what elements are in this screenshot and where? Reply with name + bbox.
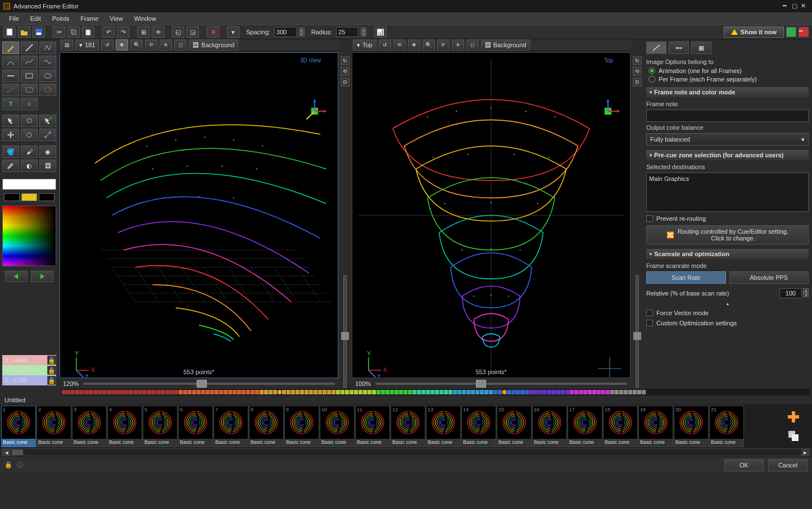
contrast-tool[interactable]: ◐ <box>21 160 38 172</box>
polyline-tool[interactable] <box>39 42 56 54</box>
routing-button[interactable]: 🔀 Routing controlled by Cue/Editor setti… <box>646 225 809 244</box>
frame-thumb[interactable]: 11 Basic cone <box>355 406 390 447</box>
frame-thumb[interactable]: 13 Basic cone <box>426 406 461 447</box>
dashed-line-tool[interactable] <box>2 84 19 96</box>
frame-thumb[interactable]: 9 Basic cone <box>284 406 319 447</box>
frame-thumb[interactable]: 6 Basic cone <box>178 406 213 447</box>
zoom-slider-right[interactable] <box>375 383 627 385</box>
vertical-slider-right[interactable] <box>636 275 639 388</box>
save-button[interactable] <box>33 26 45 38</box>
vp-background-dropdown[interactable]: 🖼Background <box>189 39 238 51</box>
show-it-now-button[interactable]: Show it now <box>724 26 784 38</box>
snap-grid-button[interactable]: ⊞ <box>137 26 149 38</box>
prev-color-button[interactable] <box>5 271 28 282</box>
vp-pan-button[interactable]: ✥ <box>116 39 128 51</box>
bucket-tool[interactable]: 🪣 <box>2 146 19 158</box>
output-balance-select[interactable]: Fully balanced▾ <box>646 133 809 146</box>
side-d-left[interactable]: D <box>341 78 350 87</box>
spacing-down[interactable]: ▾ <box>299 32 305 37</box>
vp-zoom-button-r[interactable]: 🔍 <box>423 39 435 51</box>
add-frame-button[interactable] <box>783 408 804 425</box>
vp-tool-a[interactable]: ▤ <box>61 39 73 51</box>
zoom-slider-left[interactable] <box>83 383 335 385</box>
transform-a-button[interactable]: ◱ <box>172 26 184 38</box>
vp-crop-button-r[interactable]: ◻ <box>466 39 479 51</box>
prevent-rerouting-checkbox[interactable]: Prevent re-routing <box>646 215 809 222</box>
viewport-top[interactable]: X Y Z Top 553 points* <box>352 52 630 378</box>
menu-frame[interactable]: Frame <box>76 13 103 24</box>
paint-tool[interactable]: 🖌 <box>21 146 38 158</box>
lock-z-button[interactable]: 🔒 <box>47 376 56 385</box>
menu-file[interactable]: File <box>4 13 24 24</box>
frame-thumb[interactable]: 17 Basic cone <box>568 406 602 447</box>
current-color-swatch[interactable] <box>2 179 56 190</box>
duplicate-frame-button[interactable] <box>783 428 804 444</box>
section-scanrate[interactable]: ▾Scanrate and optmization <box>646 249 809 259</box>
frame-thumb[interactable]: 12 Basic cone <box>391 406 425 447</box>
vp-frame-dropdown[interactable]: ▾181 <box>75 39 99 51</box>
radius-input[interactable] <box>336 27 359 37</box>
frame-thumb[interactable]: 4 Basic cone <box>107 406 142 447</box>
thumb-scrollbar[interactable]: ◂ ▸ <box>2 448 810 456</box>
chart-button[interactable]: 📊 <box>374 26 387 38</box>
relative-down[interactable]: ▾ <box>803 293 809 297</box>
undo-button[interactable]: ↶ <box>102 26 115 38</box>
arc-tool[interactable] <box>2 56 19 68</box>
frame-thumb[interactable]: 21 Basic cone <box>709 406 744 447</box>
relative-input[interactable] <box>779 288 802 298</box>
spacing-up[interactable]: ▴ <box>299 28 305 32</box>
dashed-rect-tool[interactable] <box>21 84 38 96</box>
swatch-black[interactable] <box>4 193 20 201</box>
color-picker[interactable] <box>2 206 56 266</box>
vp-cross-button-r[interactable]: ✛ <box>452 39 464 51</box>
scale-tool[interactable] <box>39 129 56 141</box>
frame-thumb[interactable]: 10 Basic cone <box>320 406 355 447</box>
vertical-slider-left[interactable] <box>343 275 347 388</box>
select-tool[interactable] <box>2 115 19 127</box>
paste-button[interactable]: 📋 <box>82 26 94 38</box>
dashed-ellipse-tool[interactable] <box>39 84 56 96</box>
vp-pan-button-r[interactable]: ✥ <box>408 39 420 51</box>
spray-tool[interactable]: ◉ <box>39 146 56 158</box>
redo-button[interactable]: ↷ <box>117 26 129 38</box>
next-color-button[interactable] <box>31 271 53 282</box>
copy-button[interactable]: ⿻ <box>67 26 80 38</box>
eyedrop-tool[interactable]: 💉 <box>2 160 19 172</box>
absolute-pps-button[interactable]: Absolute PPS <box>729 271 809 284</box>
vp-background-dropdown-r[interactable]: 🖼Background <box>481 39 530 51</box>
rotate-tool[interactable] <box>21 129 38 141</box>
ellipse-tool[interactable] <box>39 70 56 82</box>
scroll-left-button[interactable]: ◂ <box>3 449 11 456</box>
lasso-tool[interactable] <box>21 115 38 127</box>
radio-per-frame[interactable]: Per Frame (each Frame separately) <box>648 76 809 83</box>
minimize-icon[interactable]: ━ <box>783 2 791 10</box>
vp-p-button-r[interactable]: P <box>437 39 450 51</box>
snap-point-button[interactable]: ✛ <box>152 26 164 38</box>
frame-thumb[interactable]: 20 Basic cone <box>674 406 709 447</box>
side-d-right[interactable]: D <box>633 78 642 87</box>
image-tool[interactable]: 🖼 <box>39 160 56 172</box>
lock-y-button[interactable]: 🔒 <box>47 366 56 375</box>
side-rotate2-right[interactable]: ⟲ <box>633 67 642 76</box>
preview-stop-button[interactable]: ━ <box>799 27 809 37</box>
pencil-tool[interactable] <box>2 42 19 54</box>
text-tool[interactable]: T <box>2 98 19 110</box>
line-tool[interactable] <box>21 42 38 54</box>
swatch-black2[interactable] <box>39 193 55 201</box>
info-icon[interactable]: ⓘ <box>17 461 23 469</box>
close-icon[interactable]: ✕ <box>801 2 809 10</box>
frame-note-input[interactable] <box>646 110 809 122</box>
spline-tool[interactable] <box>39 56 56 68</box>
frame-thumb[interactable]: 16 Basic cone <box>532 406 567 447</box>
vp-cross-button[interactable]: ✛ <box>160 39 172 51</box>
ok-button[interactable]: OK <box>724 459 764 471</box>
cancel-button[interactable]: Cancel <box>768 459 808 471</box>
vp-crop-button[interactable]: ◻ <box>174 39 187 51</box>
frame-thumb[interactable]: 2 Basic cone <box>37 406 71 447</box>
frame-thumb[interactable]: 1 Basic cone <box>1 406 36 447</box>
option-button[interactable]: ▾ <box>227 26 239 38</box>
side-rotate-left[interactable]: ↻ <box>341 56 350 65</box>
curve-tool[interactable] <box>21 56 38 68</box>
swatch-yellow[interactable] <box>21 193 37 201</box>
destinations-list[interactable]: Main Graphics <box>646 172 809 212</box>
